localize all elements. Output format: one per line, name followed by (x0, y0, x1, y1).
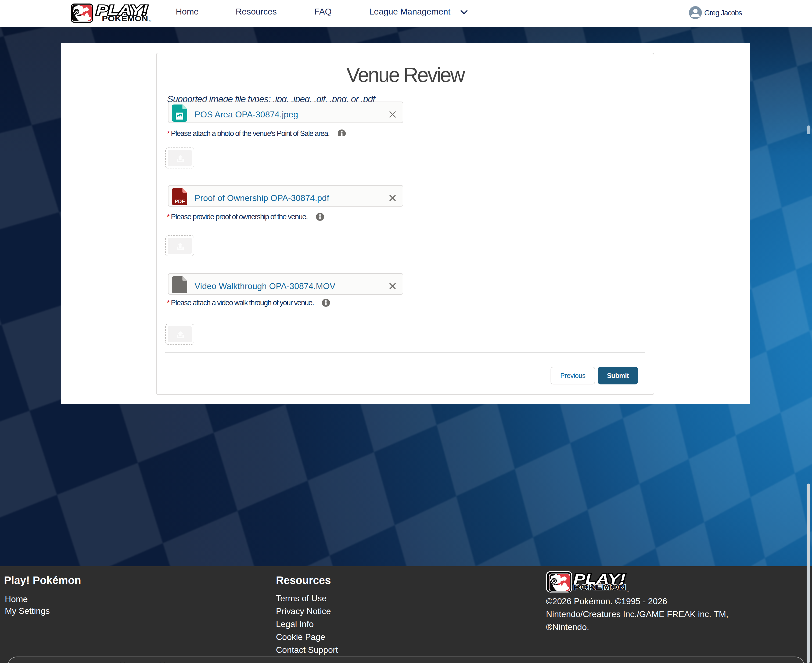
svg-text:POKÉMON: POKÉMON (102, 14, 148, 23)
svg-text:POKÉMON: POKÉMON (573, 583, 626, 592)
svg-text:™: ™ (627, 590, 629, 593)
svg-text:PDF: PDF (175, 199, 185, 204)
svg-text:™: ™ (149, 19, 152, 23)
